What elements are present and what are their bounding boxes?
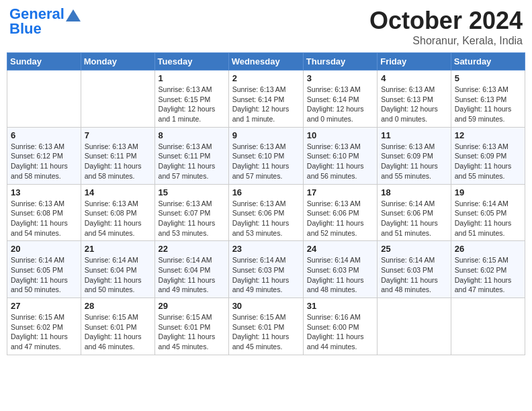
calendar-cell: 31Sunrise: 6:16 AMSunset: 6:00 PMDayligh…: [303, 298, 377, 355]
day-number: 26: [455, 244, 521, 254]
day-info: Sunrise: 6:13 AMSunset: 6:12 PMDaylight:…: [11, 142, 77, 181]
calendar-cell: 23Sunrise: 6:14 AMSunset: 6:03 PMDayligh…: [228, 241, 303, 298]
day-info: Sunrise: 6:13 AMSunset: 6:11 PMDaylight:…: [85, 142, 151, 181]
day-info: Sunrise: 6:13 AMSunset: 6:15 PMDaylight:…: [159, 85, 225, 124]
day-number: 13: [11, 187, 77, 197]
calendar-week-3: 13Sunrise: 6:13 AMSunset: 6:08 PMDayligh…: [7, 184, 525, 241]
day-info: Sunrise: 6:13 AMSunset: 6:08 PMDaylight:…: [85, 199, 151, 238]
calendar-subtitle: Shoranur, Kerala, India: [369, 35, 523, 47]
day-number: 6: [11, 130, 77, 140]
calendar-week-2: 6Sunrise: 6:13 AMSunset: 6:12 PMDaylight…: [7, 127, 525, 184]
day-number: 19: [455, 187, 521, 197]
calendar-cell: [7, 71, 81, 128]
day-header-friday: Friday: [378, 53, 451, 71]
day-number: 1: [159, 73, 225, 83]
calendar-week-4: 20Sunrise: 6:14 AMSunset: 6:05 PMDayligh…: [7, 241, 525, 298]
day-number: 17: [307, 187, 373, 197]
day-number: 31: [307, 301, 373, 311]
title-block: October 2024 Shoranur, Kerala, India: [369, 7, 523, 47]
day-info: Sunrise: 6:14 AMSunset: 6:04 PMDaylight:…: [159, 255, 225, 295]
calendar-cell: 24Sunrise: 6:14 AMSunset: 6:03 PMDayligh…: [303, 241, 377, 298]
calendar-cell: 21Sunrise: 6:14 AMSunset: 6:04 PMDayligh…: [81, 241, 154, 298]
calendar-cell: 5Sunrise: 6:13 AMSunset: 6:13 PMDaylight…: [451, 71, 525, 128]
day-info: Sunrise: 6:13 AMSunset: 6:11 PMDaylight:…: [159, 142, 225, 181]
calendar-cell: 8Sunrise: 6:13 AMSunset: 6:11 PMDaylight…: [154, 127, 228, 184]
calendar-week-5: 27Sunrise: 6:15 AMSunset: 6:02 PMDayligh…: [7, 298, 525, 355]
day-header-monday: Monday: [81, 53, 154, 71]
calendar-cell: 26Sunrise: 6:15 AMSunset: 6:02 PMDayligh…: [451, 241, 525, 298]
page-header: GeneralBlue October 2024 Shoranur, Keral…: [7, 7, 525, 47]
day-number: 16: [232, 187, 300, 197]
day-number: 3: [307, 73, 373, 83]
day-header-sunday: Sunday: [7, 53, 81, 71]
day-number: 9: [232, 130, 300, 140]
day-number: 11: [381, 130, 447, 140]
day-info: Sunrise: 6:15 AMSunset: 6:01 PMDaylight:…: [232, 312, 300, 352]
calendar-cell: 18Sunrise: 6:14 AMSunset: 6:06 PMDayligh…: [378, 184, 451, 241]
day-number: 10: [307, 130, 373, 140]
day-info: Sunrise: 6:13 AMSunset: 6:07 PMDaylight:…: [159, 199, 225, 238]
day-number: 20: [11, 244, 77, 254]
calendar-cell: 17Sunrise: 6:13 AMSunset: 6:06 PMDayligh…: [303, 184, 377, 241]
day-number: 4: [381, 73, 447, 83]
calendar-week-1: 1Sunrise: 6:13 AMSunset: 6:15 PMDaylight…: [7, 71, 525, 128]
logo-text: GeneralBlue: [9, 7, 64, 36]
day-number: 27: [11, 301, 77, 311]
calendar-cell: 6Sunrise: 6:13 AMSunset: 6:12 PMDaylight…: [7, 127, 81, 184]
day-info: Sunrise: 6:13 AMSunset: 6:09 PMDaylight:…: [381, 142, 447, 181]
day-info: Sunrise: 6:13 AMSunset: 6:10 PMDaylight:…: [307, 142, 373, 181]
day-info: Sunrise: 6:13 AMSunset: 6:09 PMDaylight:…: [455, 142, 521, 181]
calendar-cell: 11Sunrise: 6:13 AMSunset: 6:09 PMDayligh…: [378, 127, 451, 184]
day-number: 30: [232, 301, 300, 311]
calendar-header-row: SundayMondayTuesdayWednesdayThursdayFrid…: [7, 53, 525, 71]
calendar-cell: 19Sunrise: 6:14 AMSunset: 6:05 PMDayligh…: [451, 184, 525, 241]
calendar-cell: 12Sunrise: 6:13 AMSunset: 6:09 PMDayligh…: [451, 127, 525, 184]
day-info: Sunrise: 6:14 AMSunset: 6:05 PMDaylight:…: [455, 199, 521, 238]
day-info: Sunrise: 6:15 AMSunset: 6:02 PMDaylight:…: [455, 255, 521, 295]
day-number: 7: [85, 130, 151, 140]
calendar-cell: 3Sunrise: 6:13 AMSunset: 6:14 PMDaylight…: [303, 71, 377, 128]
calendar-cell: 2Sunrise: 6:13 AMSunset: 6:14 PMDaylight…: [228, 71, 303, 128]
calendar-cell: 29Sunrise: 6:15 AMSunset: 6:01 PMDayligh…: [154, 298, 228, 355]
day-info: Sunrise: 6:15 AMSunset: 6:01 PMDaylight:…: [85, 312, 151, 352]
calendar-cell: 9Sunrise: 6:13 AMSunset: 6:10 PMDaylight…: [228, 127, 303, 184]
day-info: Sunrise: 6:13 AMSunset: 6:06 PMDaylight:…: [307, 199, 373, 238]
calendar-cell: 20Sunrise: 6:14 AMSunset: 6:05 PMDayligh…: [7, 241, 81, 298]
day-info: Sunrise: 6:13 AMSunset: 6:14 PMDaylight:…: [232, 85, 300, 124]
calendar-cell: 28Sunrise: 6:15 AMSunset: 6:01 PMDayligh…: [81, 298, 154, 355]
day-info: Sunrise: 6:14 AMSunset: 6:03 PMDaylight:…: [381, 255, 447, 295]
day-number: 8: [159, 130, 225, 140]
day-info: Sunrise: 6:14 AMSunset: 6:03 PMDaylight:…: [307, 255, 373, 295]
day-header-thursday: Thursday: [303, 53, 377, 71]
day-header-tuesday: Tuesday: [154, 53, 228, 71]
day-header-wednesday: Wednesday: [228, 53, 303, 71]
calendar-cell: [378, 298, 451, 355]
day-info: Sunrise: 6:13 AMSunset: 6:13 PMDaylight:…: [455, 85, 521, 124]
calendar-title: October 2024: [369, 7, 523, 35]
day-number: 2: [232, 73, 300, 83]
day-number: 23: [232, 244, 300, 254]
day-info: Sunrise: 6:13 AMSunset: 6:08 PMDaylight:…: [11, 199, 77, 238]
day-info: Sunrise: 6:14 AMSunset: 6:06 PMDaylight:…: [381, 199, 447, 238]
day-info: Sunrise: 6:13 AMSunset: 6:13 PMDaylight:…: [381, 85, 447, 124]
calendar-cell: 14Sunrise: 6:13 AMSunset: 6:08 PMDayligh…: [81, 184, 154, 241]
day-info: Sunrise: 6:14 AMSunset: 6:05 PMDaylight:…: [11, 255, 77, 295]
day-number: 21: [85, 244, 151, 254]
calendar-table: SundayMondayTuesdayWednesdayThursdayFrid…: [7, 52, 525, 355]
calendar-cell: [451, 298, 525, 355]
day-info: Sunrise: 6:14 AMSunset: 6:04 PMDaylight:…: [85, 255, 151, 295]
logo-icon: [66, 9, 81, 21]
day-number: 5: [455, 73, 521, 83]
logo: GeneralBlue: [9, 7, 81, 36]
day-number: 14: [85, 187, 151, 197]
calendar-cell: 15Sunrise: 6:13 AMSunset: 6:07 PMDayligh…: [154, 184, 228, 241]
day-number: 24: [307, 244, 373, 254]
day-info: Sunrise: 6:13 AMSunset: 6:10 PMDaylight:…: [232, 142, 300, 181]
day-number: 28: [85, 301, 151, 311]
day-number: 29: [159, 301, 225, 311]
calendar-cell: 25Sunrise: 6:14 AMSunset: 6:03 PMDayligh…: [378, 241, 451, 298]
day-number: 18: [381, 187, 447, 197]
day-info: Sunrise: 6:13 AMSunset: 6:06 PMDaylight:…: [232, 199, 300, 238]
calendar-cell: 7Sunrise: 6:13 AMSunset: 6:11 PMDaylight…: [81, 127, 154, 184]
day-info: Sunrise: 6:13 AMSunset: 6:14 PMDaylight:…: [307, 85, 373, 124]
